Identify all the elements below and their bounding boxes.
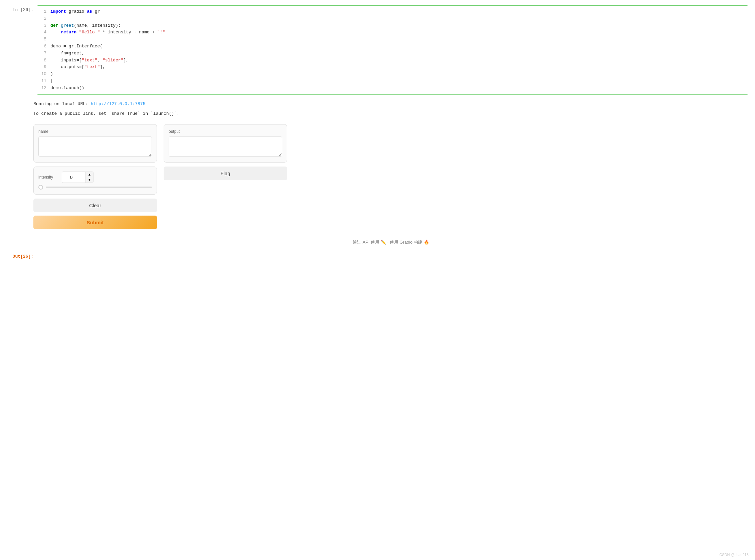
gradio-app: name intensity ▲ ▼ [33, 124, 748, 229]
name-input[interactable] [38, 137, 152, 157]
running-text: Running on local URL: http://127.0.0.1:7… [33, 100, 748, 108]
code-line-4: 4 return "Hello " * intensity + name + "… [41, 29, 744, 36]
line-num-9: 9 [41, 64, 46, 71]
line-code-2 [51, 15, 53, 22]
line-num-5: 5 [41, 36, 46, 43]
line-code-7: fn=greet, [51, 50, 84, 57]
name-label: name [38, 129, 152, 134]
output-textarea[interactable] [169, 137, 282, 157]
clear-button[interactable]: Clear [33, 199, 157, 212]
code-line-7: 7 fn=greet, [41, 50, 744, 57]
footer-spark-icon: 🔥 [424, 240, 429, 245]
footer-pencil-icon: ✏️ [381, 240, 387, 245]
line-code-6: demo = gr.Interface( [51, 43, 102, 50]
name-panel: name [33, 124, 157, 162]
intensity-number-input[interactable]: ▲ ▼ [62, 172, 94, 183]
code-block: 1 import gradio as gr 2 3 def greet(name… [37, 5, 748, 95]
cell-in26: In [26]: 1 import gradio as gr 2 3 def g… [7, 5, 748, 95]
line-num-10: 10 [41, 71, 46, 78]
line-num-2: 2 [41, 15, 46, 22]
output-label: output [169, 129, 282, 134]
footer-sep: · [387, 240, 389, 245]
intensity-top: intensity ▲ ▼ [38, 172, 152, 183]
in-label: In [26]: [7, 5, 37, 12]
line-code-5 [51, 36, 53, 43]
line-code-1: import gradio as gr [51, 8, 100, 15]
slider-row [38, 185, 152, 189]
out-section: Out[26]: [7, 252, 748, 259]
code-line-10: 10 ) [41, 71, 744, 78]
gradio-outputs-column: output Flag [163, 124, 287, 180]
intensity-spinners: ▲ ▼ [85, 172, 93, 183]
line-num-8: 8 [41, 57, 46, 64]
code-line-9: 9 outputs=["text"], [41, 64, 744, 71]
public-link-text: To create a public link, set `share=True… [33, 110, 748, 118]
line-num-12: 12 [41, 85, 46, 92]
line-code-12: demo.launch() [51, 85, 84, 92]
output-section: Running on local URL: http://127.0.0.1:7… [33, 100, 748, 118]
line-code-11: | [51, 78, 53, 85]
code-line-5: 5 [41, 36, 744, 43]
intensity-panel: intensity ▲ ▼ [33, 166, 157, 195]
code-line-6: 6 demo = gr.Interface( [41, 43, 744, 50]
gradio-inputs-column: name intensity ▲ ▼ [33, 124, 157, 229]
flag-button[interactable]: Flag [163, 166, 287, 180]
code-line-1: 1 import gradio as gr [41, 8, 744, 15]
code-line-3: 3 def greet(name, intensity): [41, 22, 744, 29]
line-code-4: return "Hello " * intensity + name + "!" [51, 29, 165, 36]
intensity-container: intensity ▲ ▼ [38, 172, 152, 189]
line-code-10: ) [51, 71, 53, 78]
line-num-4: 4 [41, 29, 46, 36]
slider-thumb[interactable] [38, 185, 43, 189]
code-line-2: 2 [41, 15, 744, 22]
running-label: Running on local URL: [33, 101, 91, 106]
line-code-3: def greet(name, intensity): [51, 22, 121, 29]
footer-api: 通过 API 使用 [353, 240, 379, 245]
submit-button[interactable]: Submit [33, 216, 157, 229]
slider-track[interactable] [46, 186, 152, 188]
out-label: Out[26]: [7, 252, 37, 259]
intensity-label: intensity [38, 175, 58, 180]
intensity-number-field[interactable] [62, 173, 85, 182]
line-code-9: outputs=["text"], [51, 64, 105, 71]
footer-build: 使用 Gradio 构建 [390, 240, 422, 245]
local-url-link[interactable]: http://127.0.0.1:7875 [91, 101, 146, 106]
code-line-11: 11 | [41, 78, 744, 85]
line-code-8: inputs=["text", "slider"], [51, 57, 129, 64]
line-num-3: 3 [41, 22, 46, 29]
line-num-1: 1 [41, 8, 46, 15]
intensity-down-button[interactable]: ▼ [86, 177, 93, 183]
code-line-8: 8 inputs=["text", "slider"], [41, 57, 744, 64]
line-num-11: 11 [41, 78, 46, 85]
gradio-footer: 通过 API 使用 ✏️ · 使用 Gradio 构建 🔥 [33, 239, 748, 245]
code-line-12: 12 demo.launch() [41, 85, 744, 92]
line-num-7: 7 [41, 50, 46, 57]
gradio-buttons: Clear Submit [33, 199, 157, 229]
intensity-up-button[interactable]: ▲ [86, 172, 93, 177]
line-num-6: 6 [41, 43, 46, 50]
code-content: 1 import gradio as gr 2 3 def greet(name… [37, 6, 748, 95]
output-panel: output [163, 124, 287, 162]
